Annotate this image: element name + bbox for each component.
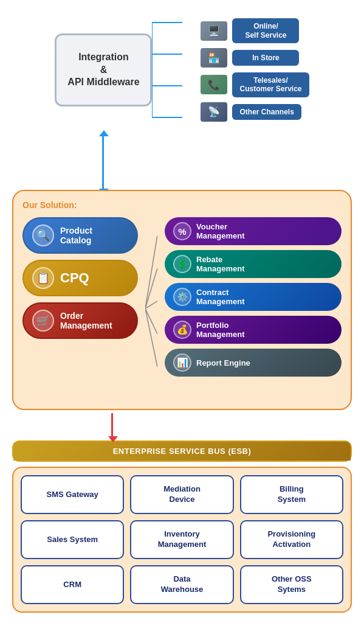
contract-management: ⚙️ Contract Management xyxy=(165,283,342,311)
crm: CRM xyxy=(21,565,124,604)
red-arrow-section xyxy=(111,413,113,437)
channel-item: 🖥️ Online/Self Service xyxy=(201,18,309,43)
rebate-management: 💲 Rebate Management xyxy=(165,250,342,278)
channel-icon: 📞 xyxy=(201,75,227,94)
integration-box: Integration & API Middleware xyxy=(55,33,152,106)
inventory-management: InventoryManagement xyxy=(130,520,233,559)
cpq-label: CPQ xyxy=(60,270,89,286)
channel-label: Other Channels xyxy=(232,104,301,120)
arrow-down-red xyxy=(111,413,113,437)
left-column: 🔍 Product Catalog 📋 CPQ 🛒 Order xyxy=(22,217,138,339)
contract-label: Contract Management xyxy=(196,288,244,306)
rebate-label: Rebate Management xyxy=(196,255,244,273)
voucher-icon: % xyxy=(173,222,191,240)
diagram-wrapper: Integration & API Middleware 🖥️ Online/S… xyxy=(0,0,364,619)
svg-line-8 xyxy=(145,308,157,334)
solution-label: Our Solution: xyxy=(22,200,342,210)
data-warehouse: DataWarehouse xyxy=(130,565,233,604)
solution-section: Our Solution: 🔍 Product Catalog 📋 CPQ xyxy=(12,190,352,410)
blue-arrow-down-container xyxy=(0,159,273,190)
portfolio-label: Portfolio Management xyxy=(196,321,244,339)
right-column: % Voucher Management 💲 Rebate Management… xyxy=(165,217,342,377)
channel-item: 📞 Telesales/Customer Service xyxy=(201,72,309,97)
cpq-box: 📋 CPQ xyxy=(22,260,138,296)
channels-area: 🖥️ Online/Self Service 🏪 In Store 📞 Tele… xyxy=(201,18,309,122)
voucher-label: Voucher Management xyxy=(196,222,244,240)
order-mgmt-icon: 🛒 xyxy=(32,310,54,332)
mid-connector-svg xyxy=(145,217,157,400)
blue-arrow-up-container xyxy=(0,135,273,159)
other-oss-systems: Other OSSSytems xyxy=(240,565,343,604)
mediation-device: MediationDevice xyxy=(130,475,233,514)
svg-line-9 xyxy=(145,308,157,367)
product-catalog-label: Product Catalog xyxy=(60,226,92,245)
portfolio-icon: 💰 xyxy=(173,321,191,339)
sales-system: Sales System xyxy=(21,520,124,559)
rebate-icon: 💲 xyxy=(173,255,191,273)
mid-connector xyxy=(145,217,157,400)
channel-item: 📡 Other Channels xyxy=(201,102,309,122)
arrow-down-blue xyxy=(102,159,104,190)
esb-header: ENTERPRISE SERVICE BUS (ESB) xyxy=(13,442,351,461)
voucher-management: % Voucher Management xyxy=(165,217,342,245)
provisioning-activation: ProvisioningActivation xyxy=(240,520,343,559)
channel-label: Telesales/Customer Service xyxy=(232,72,309,97)
product-catalog-box: 🔍 Product Catalog xyxy=(22,217,138,254)
report-label: Report Engine xyxy=(196,358,250,367)
channel-label: Online/Self Service xyxy=(232,18,299,43)
top-section: Integration & API Middleware 🖥️ Online/S… xyxy=(12,6,352,134)
solution-inner: 🔍 Product Catalog 📋 CPQ 🛒 Order xyxy=(22,217,342,400)
channel-icon: 📡 xyxy=(201,102,227,122)
report-engine: 📊 Report Engine xyxy=(165,349,342,377)
product-catalog-icon: 🔍 xyxy=(32,224,54,246)
channel-label: In Store xyxy=(232,50,299,66)
report-icon: 📊 xyxy=(173,353,191,372)
portfolio-management: 💰 Portfolio Management xyxy=(165,316,342,344)
svg-line-5 xyxy=(145,235,157,308)
connector-svg xyxy=(152,6,182,134)
billing-system: BillingSystem xyxy=(240,475,343,514)
channel-icon: 🏪 xyxy=(201,48,227,68)
contract-icon: ⚙️ xyxy=(173,288,191,306)
channel-item: 🏪 In Store xyxy=(201,48,309,68)
channel-icon: 🖥️ xyxy=(201,21,227,41)
cpq-icon: 📋 xyxy=(32,267,54,289)
sms-gateway: SMS Gateway xyxy=(21,475,124,514)
esb-section: ENTERPRISE SERVICE BUS (ESB) xyxy=(12,440,352,462)
systems-grid: SMS Gateway MediationDevice BillingSyste… xyxy=(21,475,343,604)
order-mgmt-label: Order Management xyxy=(60,311,112,330)
integration-label: Integration & API Middleware xyxy=(55,33,152,106)
arrow-up-blue xyxy=(102,135,104,159)
order-management-box: 🛒 Order Management xyxy=(22,302,138,339)
bottom-section: SMS Gateway MediationDevice BillingSyste… xyxy=(12,467,352,613)
